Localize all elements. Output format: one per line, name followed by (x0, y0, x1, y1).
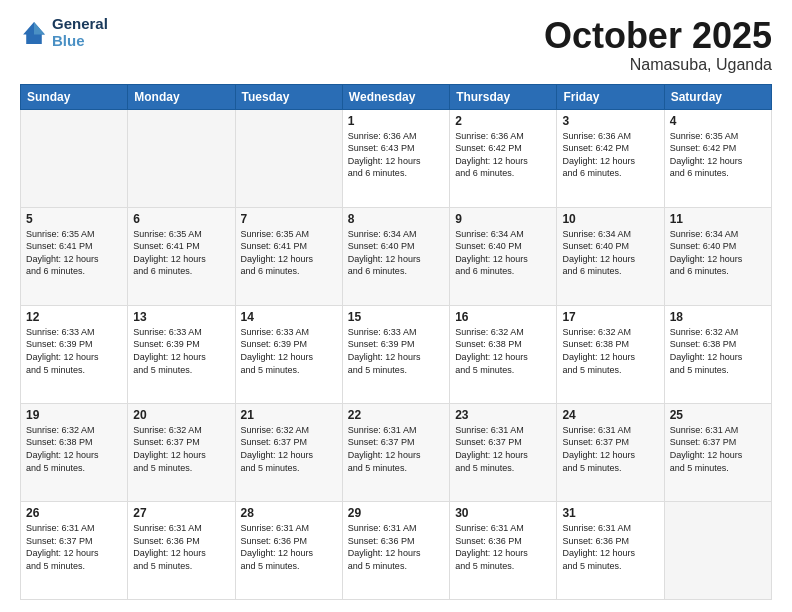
day-number: 4 (670, 114, 766, 128)
day-info: Sunrise: 6:33 AM Sunset: 6:39 PM Dayligh… (26, 326, 122, 376)
day-info: Sunrise: 6:34 AM Sunset: 6:40 PM Dayligh… (455, 228, 551, 278)
logo-text: General Blue (52, 16, 108, 49)
calendar-cell: 4Sunrise: 6:35 AM Sunset: 6:42 PM Daylig… (664, 109, 771, 207)
calendar-cell (235, 109, 342, 207)
day-info: Sunrise: 6:36 AM Sunset: 6:43 PM Dayligh… (348, 130, 444, 180)
day-info: Sunrise: 6:32 AM Sunset: 6:37 PM Dayligh… (133, 424, 229, 474)
day-info: Sunrise: 6:31 AM Sunset: 6:36 PM Dayligh… (562, 522, 658, 572)
calendar-week-row-4: 19Sunrise: 6:32 AM Sunset: 6:38 PM Dayli… (21, 403, 772, 501)
logo-icon (20, 19, 48, 47)
day-info: Sunrise: 6:33 AM Sunset: 6:39 PM Dayligh… (241, 326, 337, 376)
calendar-cell: 15Sunrise: 6:33 AM Sunset: 6:39 PM Dayli… (342, 305, 449, 403)
calendar-cell: 14Sunrise: 6:33 AM Sunset: 6:39 PM Dayli… (235, 305, 342, 403)
calendar-cell: 12Sunrise: 6:33 AM Sunset: 6:39 PM Dayli… (21, 305, 128, 403)
day-number: 8 (348, 212, 444, 226)
day-number: 11 (670, 212, 766, 226)
day-info: Sunrise: 6:33 AM Sunset: 6:39 PM Dayligh… (348, 326, 444, 376)
calendar-cell: 10Sunrise: 6:34 AM Sunset: 6:40 PM Dayli… (557, 207, 664, 305)
weekday-header-tuesday: Tuesday (235, 84, 342, 109)
calendar-cell: 23Sunrise: 6:31 AM Sunset: 6:37 PM Dayli… (450, 403, 557, 501)
day-info: Sunrise: 6:34 AM Sunset: 6:40 PM Dayligh… (670, 228, 766, 278)
calendar-cell: 9Sunrise: 6:34 AM Sunset: 6:40 PM Daylig… (450, 207, 557, 305)
day-number: 27 (133, 506, 229, 520)
day-info: Sunrise: 6:31 AM Sunset: 6:36 PM Dayligh… (241, 522, 337, 572)
day-info: Sunrise: 6:32 AM Sunset: 6:38 PM Dayligh… (562, 326, 658, 376)
day-info: Sunrise: 6:36 AM Sunset: 6:42 PM Dayligh… (455, 130, 551, 180)
calendar-cell: 21Sunrise: 6:32 AM Sunset: 6:37 PM Dayli… (235, 403, 342, 501)
calendar-cell: 6Sunrise: 6:35 AM Sunset: 6:41 PM Daylig… (128, 207, 235, 305)
calendar-cell: 22Sunrise: 6:31 AM Sunset: 6:37 PM Dayli… (342, 403, 449, 501)
day-number: 30 (455, 506, 551, 520)
weekday-header-friday: Friday (557, 84, 664, 109)
day-number: 29 (348, 506, 444, 520)
day-number: 23 (455, 408, 551, 422)
day-number: 9 (455, 212, 551, 226)
day-number: 20 (133, 408, 229, 422)
day-info: Sunrise: 6:32 AM Sunset: 6:38 PM Dayligh… (26, 424, 122, 474)
calendar-cell: 8Sunrise: 6:34 AM Sunset: 6:40 PM Daylig… (342, 207, 449, 305)
weekday-header-wednesday: Wednesday (342, 84, 449, 109)
day-info: Sunrise: 6:31 AM Sunset: 6:37 PM Dayligh… (670, 424, 766, 474)
day-number: 14 (241, 310, 337, 324)
day-number: 26 (26, 506, 122, 520)
day-info: Sunrise: 6:35 AM Sunset: 6:41 PM Dayligh… (241, 228, 337, 278)
calendar-cell: 29Sunrise: 6:31 AM Sunset: 6:36 PM Dayli… (342, 501, 449, 599)
calendar-cell: 18Sunrise: 6:32 AM Sunset: 6:38 PM Dayli… (664, 305, 771, 403)
day-info: Sunrise: 6:33 AM Sunset: 6:39 PM Dayligh… (133, 326, 229, 376)
day-number: 3 (562, 114, 658, 128)
day-number: 5 (26, 212, 122, 226)
day-info: Sunrise: 6:32 AM Sunset: 6:38 PM Dayligh… (455, 326, 551, 376)
calendar-title: October 2025 (544, 16, 772, 56)
page: General Blue October 2025 Namasuba, Ugan… (0, 0, 792, 612)
calendar-cell: 5Sunrise: 6:35 AM Sunset: 6:41 PM Daylig… (21, 207, 128, 305)
svg-marker-1 (34, 22, 45, 34)
calendar-cell: 28Sunrise: 6:31 AM Sunset: 6:36 PM Dayli… (235, 501, 342, 599)
calendar-cell: 11Sunrise: 6:34 AM Sunset: 6:40 PM Dayli… (664, 207, 771, 305)
calendar-cell: 24Sunrise: 6:31 AM Sunset: 6:37 PM Dayli… (557, 403, 664, 501)
day-number: 28 (241, 506, 337, 520)
header: General Blue October 2025 Namasuba, Ugan… (20, 16, 772, 74)
weekday-header-saturday: Saturday (664, 84, 771, 109)
day-number: 12 (26, 310, 122, 324)
calendar-table: SundayMondayTuesdayWednesdayThursdayFrid… (20, 84, 772, 600)
calendar-cell: 20Sunrise: 6:32 AM Sunset: 6:37 PM Dayli… (128, 403, 235, 501)
calendar-week-row-2: 5Sunrise: 6:35 AM Sunset: 6:41 PM Daylig… (21, 207, 772, 305)
calendar-cell: 2Sunrise: 6:36 AM Sunset: 6:42 PM Daylig… (450, 109, 557, 207)
day-number: 2 (455, 114, 551, 128)
day-number: 13 (133, 310, 229, 324)
day-info: Sunrise: 6:31 AM Sunset: 6:36 PM Dayligh… (348, 522, 444, 572)
calendar-cell: 25Sunrise: 6:31 AM Sunset: 6:37 PM Dayli… (664, 403, 771, 501)
day-info: Sunrise: 6:34 AM Sunset: 6:40 PM Dayligh… (562, 228, 658, 278)
day-info: Sunrise: 6:32 AM Sunset: 6:38 PM Dayligh… (670, 326, 766, 376)
day-info: Sunrise: 6:34 AM Sunset: 6:40 PM Dayligh… (348, 228, 444, 278)
calendar-cell (128, 109, 235, 207)
day-info: Sunrise: 6:31 AM Sunset: 6:37 PM Dayligh… (455, 424, 551, 474)
day-number: 18 (670, 310, 766, 324)
calendar-cell: 19Sunrise: 6:32 AM Sunset: 6:38 PM Dayli… (21, 403, 128, 501)
day-info: Sunrise: 6:35 AM Sunset: 6:41 PM Dayligh… (133, 228, 229, 278)
day-number: 21 (241, 408, 337, 422)
calendar-cell: 26Sunrise: 6:31 AM Sunset: 6:37 PM Dayli… (21, 501, 128, 599)
day-info: Sunrise: 6:31 AM Sunset: 6:37 PM Dayligh… (348, 424, 444, 474)
calendar-cell: 1Sunrise: 6:36 AM Sunset: 6:43 PM Daylig… (342, 109, 449, 207)
calendar-cell: 17Sunrise: 6:32 AM Sunset: 6:38 PM Dayli… (557, 305, 664, 403)
calendar-cell: 27Sunrise: 6:31 AM Sunset: 6:36 PM Dayli… (128, 501, 235, 599)
day-info: Sunrise: 6:36 AM Sunset: 6:42 PM Dayligh… (562, 130, 658, 180)
calendar-week-row-1: 1Sunrise: 6:36 AM Sunset: 6:43 PM Daylig… (21, 109, 772, 207)
day-info: Sunrise: 6:35 AM Sunset: 6:42 PM Dayligh… (670, 130, 766, 180)
calendar-cell: 7Sunrise: 6:35 AM Sunset: 6:41 PM Daylig… (235, 207, 342, 305)
logo: General Blue (20, 16, 108, 49)
day-number: 6 (133, 212, 229, 226)
day-info: Sunrise: 6:31 AM Sunset: 6:36 PM Dayligh… (133, 522, 229, 572)
calendar-cell (21, 109, 128, 207)
weekday-header-row: SundayMondayTuesdayWednesdayThursdayFrid… (21, 84, 772, 109)
day-number: 24 (562, 408, 658, 422)
calendar-cell (664, 501, 771, 599)
day-info: Sunrise: 6:31 AM Sunset: 6:36 PM Dayligh… (455, 522, 551, 572)
calendar-week-row-3: 12Sunrise: 6:33 AM Sunset: 6:39 PM Dayli… (21, 305, 772, 403)
calendar-cell: 13Sunrise: 6:33 AM Sunset: 6:39 PM Dayli… (128, 305, 235, 403)
weekday-header-thursday: Thursday (450, 84, 557, 109)
day-info: Sunrise: 6:35 AM Sunset: 6:41 PM Dayligh… (26, 228, 122, 278)
calendar-cell: 3Sunrise: 6:36 AM Sunset: 6:42 PM Daylig… (557, 109, 664, 207)
day-number: 16 (455, 310, 551, 324)
